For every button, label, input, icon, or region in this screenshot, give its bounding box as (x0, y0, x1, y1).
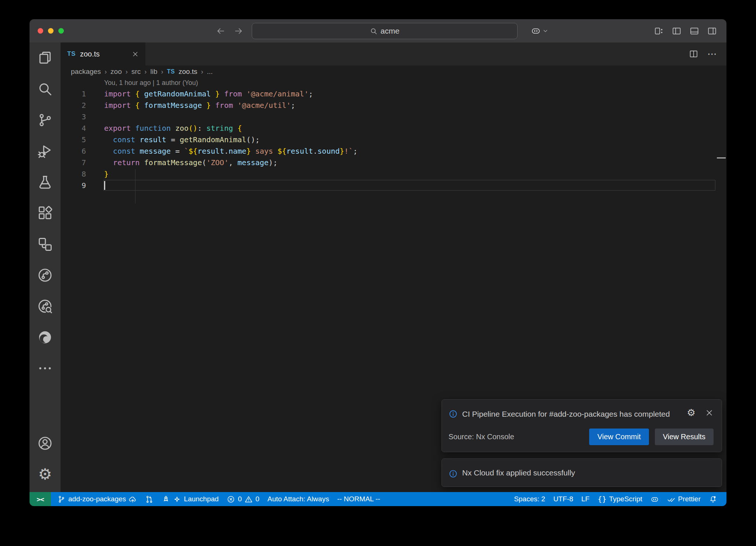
status-launchpad[interactable]: Launchpad (158, 492, 223, 506)
edge-browser-icon (37, 329, 53, 345)
code-token: ( (202, 158, 206, 167)
activity-account[interactable] (30, 428, 61, 459)
tab-zoo-ts[interactable]: TS zoo.ts (61, 42, 145, 65)
code-token: '@acme/util' (237, 101, 291, 110)
breadcrumb-item[interactable]: lib (150, 68, 157, 76)
editor-actions: ⋯ (689, 42, 718, 65)
status-language[interactable]: {}TypeScript (594, 492, 646, 506)
search-icon (37, 81, 53, 97)
code-token: getRandomAnimal (180, 135, 247, 144)
status-git-branch[interactable]: add-zoo-packages (53, 492, 141, 506)
code-line[interactable]: 2import { formatMessage } from '@acme/ut… (61, 99, 726, 111)
back-icon[interactable] (216, 26, 226, 36)
close-window-button[interactable] (38, 28, 43, 34)
forward-icon[interactable] (234, 26, 243, 36)
status-problems[interactable]: 00 (223, 492, 263, 506)
breadcrumb-separator: › (144, 68, 147, 76)
code-token: const (113, 135, 135, 144)
status-encoding[interactable]: UTF-8 (549, 492, 577, 506)
status-eol[interactable]: LF (577, 492, 594, 506)
notification-settings-icon[interactable]: ⚙ (687, 407, 695, 418)
line-number: 6 (61, 147, 104, 156)
activity-gitlens[interactable] (30, 291, 61, 322)
view-commit-button[interactable]: View Commit (589, 429, 649, 445)
more-actions-icon[interactable]: ⋯ (707, 48, 718, 60)
code-line[interactable]: 1import { getRandomAnimal } from '@acme/… (61, 88, 726, 99)
toggle-panel-icon[interactable] (690, 26, 699, 36)
double-check-icon (667, 495, 676, 504)
breadcrumb-overflow[interactable]: ... (207, 68, 213, 76)
code-line[interactable]: 8} (61, 168, 726, 180)
code-token: function (135, 124, 171, 133)
indent-guide (135, 169, 135, 204)
line-number: 3 (61, 112, 104, 121)
activity-more[interactable] (30, 353, 61, 384)
status-formatter[interactable]: Prettier (663, 492, 705, 506)
code-token (131, 101, 135, 110)
notification-close-icon[interactable] (705, 409, 714, 417)
activity-nx-cloud[interactable] (30, 260, 61, 291)
code-line[interactable]: 9 (61, 180, 726, 191)
remote-indicator[interactable]: >< (30, 492, 51, 506)
activity-search[interactable] (30, 74, 61, 105)
code-token: , (228, 158, 237, 167)
status-copilot[interactable] (646, 492, 663, 506)
overview-ruler-cursor-mark (717, 157, 726, 158)
activity-source-control[interactable] (30, 105, 61, 136)
minimize-window-button[interactable] (48, 28, 54, 34)
git-blame-annotation: You, 1 hour ago | 1 author (You) (61, 78, 726, 88)
testing-icon (37, 174, 53, 190)
split-editor-icon[interactable] (689, 49, 698, 59)
code-text: return formatMessage('ZOO', message); (104, 158, 278, 167)
toggle-secondary-sidebar-icon[interactable] (707, 26, 717, 36)
toggle-sidebar-icon[interactable] (672, 26, 681, 36)
close-tab-icon[interactable] (132, 51, 139, 58)
code-token: () (189, 124, 197, 133)
breadcrumb-item[interactable]: src (131, 68, 141, 76)
code-token: result (197, 147, 224, 156)
notification-message: CI Pipeline Execution for #add-zoo-packa… (462, 407, 674, 421)
activity-extensions[interactable] (30, 198, 61, 229)
command-center-search[interactable]: acme (252, 23, 518, 39)
code-line[interactable]: 3 (61, 111, 726, 122)
breadcrumb-item[interactable]: packages (71, 68, 101, 76)
customize-layout-icon[interactable] (654, 26, 664, 36)
view-results-button[interactable]: View Results (655, 429, 714, 445)
code-token: import (104, 89, 131, 98)
code-line[interactable]: 7 return formatMessage('ZOO', message); (61, 157, 726, 168)
activity-settings[interactable]: ⚙ (30, 459, 61, 490)
activity-testing[interactable] (30, 167, 61, 198)
code-line[interactable]: 4export function zoo(): string { (61, 122, 726, 134)
status-auto-attach[interactable]: Auto Attach: Always (264, 492, 333, 506)
code-token: message (237, 158, 268, 167)
nx-console-icon (37, 236, 53, 252)
activity-explorer[interactable] (30, 42, 61, 74)
breadcrumb-separator: › (201, 68, 203, 76)
status-vim-mode[interactable]: -- NORMAL -- (333, 492, 384, 506)
code-token (104, 147, 113, 156)
breadcrumb-item[interactable]: zoo (110, 68, 122, 76)
notification-toast-ci-pipeline: CI Pipeline Execution for #add-zoo-packa… (441, 399, 722, 452)
status-label: Launchpad (184, 495, 219, 503)
code-line[interactable]: 5 const result = getRandomAnimal(); (61, 134, 726, 145)
activity-run-debug[interactable] (30, 136, 61, 167)
activity-bar-bottom: ⚙ (30, 428, 61, 490)
status-bar-right: Spaces: 2UTF-8LF{}TypeScriptPrettier (510, 492, 721, 506)
status-notifications-bell[interactable] (705, 492, 721, 506)
code-token: sound (317, 147, 340, 156)
breadcrumb-file[interactable]: zoo.ts (179, 68, 197, 76)
zoom-window-button[interactable] (58, 28, 64, 34)
copilot-icon (531, 26, 541, 36)
code-token (233, 101, 237, 110)
activity-nx-console[interactable] (30, 229, 61, 260)
code-token: . (313, 147, 317, 156)
copilot-menu[interactable] (531, 19, 549, 42)
activity-edge-browser[interactable] (30, 322, 61, 353)
code-token: message (140, 147, 171, 156)
code-token: from (224, 89, 242, 98)
status-indentation[interactable]: Spaces: 2 (510, 492, 549, 506)
typescript-file-icon: TS (67, 50, 76, 58)
code-line[interactable]: 6 const message = `${result.name} says $… (61, 145, 726, 157)
status-git-compare[interactable] (141, 492, 158, 506)
status-label: -- NORMAL -- (337, 495, 380, 503)
